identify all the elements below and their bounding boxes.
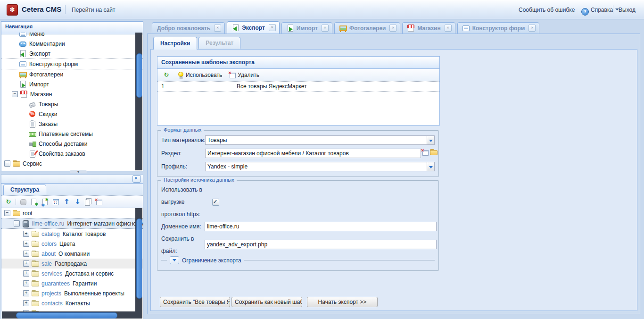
template-row[interactable]: 1 Все товары ЯндексМаркет: [157, 81, 439, 92]
nav-item-menu[interactable]: Меню: [1, 33, 143, 39]
report-error-link[interactable]: Сообщить об ошибке: [519, 7, 575, 13]
expand-icon[interactable]: [23, 270, 29, 277]
use-template-button[interactable]: Использовать: [174, 70, 224, 80]
expand-icon[interactable]: [23, 251, 29, 257]
template-row-number: 1: [157, 83, 237, 90]
nav-item-service[interactable]: Сервис: [1, 159, 143, 168]
tab-shop[interactable]: Магазин ✕: [402, 22, 455, 34]
tree-item-projects[interactable]: projects Выполненные проекты: [1, 288, 143, 298]
delete-template-button[interactable]: Удалить: [226, 70, 262, 80]
tab-structure[interactable]: Структура: [3, 185, 46, 195]
close-icon[interactable]: ✕: [322, 25, 329, 32]
scrollbar-thumb[interactable]: [136, 53, 142, 98]
scrollbar-track-horizontal[interactable]: [2, 311, 142, 319]
section-input[interactable]: [205, 149, 421, 158]
clear-selection-icon[interactable]: [421, 149, 429, 156]
folder-icon[interactable]: [430, 149, 438, 156]
expand-icon[interactable]: [23, 231, 29, 237]
chevron-down-icon[interactable]: [427, 162, 435, 171]
expand-icon[interactable]: [23, 241, 29, 247]
nav-item-export[interactable]: Экспорт: [1, 49, 143, 59]
nav-item-discounts[interactable]: Скидки: [1, 109, 143, 119]
properties-button[interactable]: [51, 197, 60, 207]
profile-combo[interactable]: [205, 162, 435, 171]
scrollbar-thumb-horizontal[interactable]: [16, 312, 117, 319]
nav-item-delivery-methods[interactable]: Способы доставки: [1, 139, 143, 149]
tree-item-catalog[interactable]: catalog Каталог товаров: [1, 229, 143, 239]
file-input[interactable]: [205, 240, 437, 249]
nav-item-import[interactable]: Импорт: [1, 79, 143, 89]
tree-item-root[interactable]: root: [1, 208, 143, 218]
logout-link[interactable]: Выход: [619, 7, 636, 13]
save-template-button[interactable]: Сохранить "Все товары Янд: [160, 297, 230, 307]
nav-item-label: Свойства заказов: [39, 151, 85, 157]
expand-icon[interactable]: [23, 280, 29, 286]
collapse-expander-icon[interactable]: [14, 220, 20, 227]
move-down-button[interactable]: [73, 197, 82, 207]
close-icon[interactable]: ✕: [445, 25, 452, 32]
help-menu[interactable]: ?Справка: [581, 7, 619, 16]
nav-item-orders[interactable]: Заказы: [1, 119, 143, 129]
nav-item-order-props[interactable]: Свойства заказов: [1, 149, 143, 159]
scrollbar-track[interactable]: [135, 33, 142, 170]
nav-item-comments[interactable]: Комментарии: [1, 39, 143, 49]
collapse-expander-icon[interactable]: [12, 91, 18, 97]
expand-icon[interactable]: [23, 260, 29, 267]
nav-item-goods[interactable]: Товары: [1, 99, 143, 109]
tab-settings[interactable]: Настройки: [153, 37, 197, 50]
tab-import[interactable]: Импорт ✕: [281, 22, 332, 34]
nav-item-photogalleries[interactable]: Фотогалереи: [1, 69, 143, 79]
start-export-button[interactable]: Начать экспорт >>: [307, 297, 378, 307]
tree-item-colors[interactable]: colors Цвета: [1, 239, 143, 249]
refresh-button[interactable]: [4, 197, 13, 207]
tree-item-contacts[interactable]: contacts Контакты: [1, 298, 143, 308]
scrollbar-track[interactable]: [135, 208, 142, 312]
chevron-down-icon[interactable]: [427, 135, 435, 145]
expand-icon[interactable]: [23, 290, 29, 296]
tab-photogalleries[interactable]: Фотогалереи ✕: [334, 22, 401, 34]
tree-item-sale[interactable]: sale Распродажа: [1, 259, 143, 269]
tree-item-code: root: [23, 210, 33, 217]
expand-icon[interactable]: [23, 300, 29, 306]
tree-item-guarantees[interactable]: guarantees Гарантии: [1, 278, 143, 288]
delete-button[interactable]: [94, 197, 104, 207]
tree-item-about[interactable]: about О компании: [1, 249, 143, 259]
tree-item-site[interactable]: lime-office.ru Интернет-магазин офисной …: [1, 218, 143, 229]
close-icon[interactable]: ✕: [389, 25, 396, 32]
add-page-button[interactable]: [29, 197, 39, 207]
close-icon[interactable]: ✕: [528, 25, 536, 32]
https-checkbox[interactable]: [212, 199, 219, 206]
tree-item-desc: Гарантии: [73, 280, 97, 287]
collapse-panel-button[interactable]: »: [132, 175, 141, 183]
collapse-expander-icon[interactable]: [4, 160, 10, 167]
export-icon: [232, 24, 239, 32]
nav-item-payment-systems[interactable]: Платежные системы: [1, 129, 143, 139]
save-as-new-template-button[interactable]: Сохранить как новый шабл: [231, 297, 302, 307]
domain-input[interactable]: [205, 222, 437, 231]
refresh-button[interactable]: [160, 70, 173, 80]
tree-item-services[interactable]: services Доставка и сервис: [1, 269, 143, 278]
tab-label: Экспорт: [242, 25, 265, 31]
tab-export[interactable]: Экспорт ✕: [227, 21, 280, 34]
scrollbar-thumb[interactable]: [136, 218, 142, 299]
add-child-button[interactable]: [40, 197, 50, 207]
tab-form-builder[interactable]: Конструктор форм ✕: [457, 22, 540, 34]
go-to-site-link[interactable]: Перейти на сайт: [72, 7, 115, 13]
close-icon[interactable]: ✕: [269, 24, 276, 31]
db-icon: [19, 198, 27, 206]
profile-input[interactable]: [205, 162, 427, 171]
tab-welcome[interactable]: Добро пожаловать ✕: [152, 22, 225, 34]
move-up-button[interactable]: [62, 197, 71, 207]
collapse-expander-icon[interactable]: [4, 210, 10, 216]
db-button[interactable]: [18, 197, 28, 207]
material-type-input[interactable]: [205, 135, 427, 145]
material-type-combo[interactable]: [205, 135, 435, 145]
copy-button[interactable]: [83, 197, 93, 207]
tab-label: Магазин: [417, 25, 440, 32]
export-limit-toggle-button[interactable]: [170, 256, 179, 264]
panel-splitter[interactable]: ▼: [70, 170, 87, 173]
nav-item-form-builder[interactable]: Конструктор форм: [1, 59, 143, 69]
close-icon[interactable]: ✕: [214, 25, 221, 32]
nav-item-label: Конструктор форм: [29, 61, 78, 67]
nav-item-shop[interactable]: Магазин: [1, 89, 143, 99]
